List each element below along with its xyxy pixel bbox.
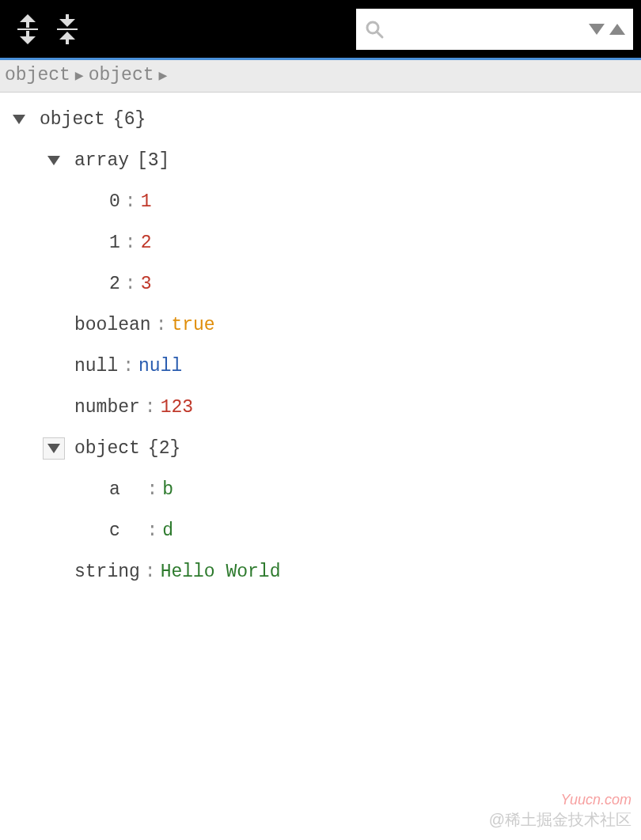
svg-marker-0 [20, 14, 36, 22]
search-next-icon[interactable] [589, 24, 605, 35]
colon: : [140, 562, 161, 582]
tree-row[interactable]: boolean : true [8, 305, 641, 346]
colon: : [120, 191, 141, 212]
watermark: @稀土掘金技术社区 [489, 809, 632, 831]
node-meta: {6} [113, 109, 146, 130]
node-key: 2 [109, 274, 120, 294]
search-prev-icon[interactable] [609, 24, 625, 35]
node-value: 2 [141, 233, 152, 253]
node-key: a [109, 479, 120, 500]
svg-marker-13 [609, 24, 625, 35]
node-value: 123 [161, 397, 193, 418]
node-value: d [162, 520, 173, 541]
tree-row[interactable]: array [3] [8, 140, 641, 181]
svg-rect-5 [66, 14, 69, 19]
svg-rect-2 [17, 28, 38, 30]
tree-row[interactable]: 2 : 3 [8, 263, 641, 305]
node-value: null [138, 356, 182, 376]
colon: : [120, 274, 141, 294]
svg-marker-6 [59, 19, 75, 27]
svg-rect-3 [26, 31, 29, 36]
svg-rect-7 [57, 28, 78, 30]
search-box [356, 9, 633, 50]
svg-marker-4 [20, 36, 36, 44]
twisty-down-icon[interactable] [43, 437, 65, 460]
tree-row[interactable]: null : null [8, 346, 641, 387]
tree-row[interactable]: 1 : 2 [8, 222, 641, 263]
node-key: c [109, 520, 120, 541]
search-input[interactable] [356, 16, 581, 42]
node-key: object [74, 438, 140, 459]
node-value: true [171, 315, 214, 335]
colon: : [142, 520, 162, 541]
node-value: 3 [141, 274, 152, 294]
colon: : [142, 479, 162, 500]
colon: : [151, 315, 172, 335]
tree-row[interactable]: number : 123 [8, 387, 641, 428]
colon: : [140, 397, 161, 418]
svg-marker-8 [59, 32, 75, 40]
toolbar [0, 0, 641, 60]
node-key: object [40, 109, 105, 130]
twisty-down-icon[interactable] [8, 108, 30, 131]
tree-row[interactable]: string : Hello World [8, 551, 641, 592]
svg-rect-1 [26, 22, 29, 28]
expand-all-icon [16, 14, 40, 44]
colon: : [120, 233, 141, 253]
node-key: string [74, 562, 140, 582]
node-key: 0 [109, 191, 120, 212]
node-key: array [74, 150, 129, 171]
breadcrumb-item[interactable]: object [5, 65, 70, 85]
node-meta: [3] [137, 150, 169, 171]
chevron-right-icon: ▶ [159, 66, 168, 84]
node-value: Hello World [161, 562, 281, 582]
json-tree: object {6} array [3] 0 : 1 1 : 2 2 : 3 b… [0, 93, 641, 592]
svg-rect-9 [66, 40, 69, 44]
svg-marker-16 [47, 444, 60, 453]
node-value: 1 [141, 191, 152, 212]
collapse-all-button[interactable] [47, 6, 87, 53]
node-key: boolean [74, 315, 151, 335]
twisty-down-icon[interactable] [43, 149, 65, 172]
search-nav [581, 24, 633, 35]
node-meta: {2} [148, 438, 180, 459]
breadcrumb-item[interactable]: object [89, 65, 154, 85]
tree-row-root[interactable]: object {6} [8, 99, 641, 140]
expand-all-button[interactable] [8, 6, 47, 53]
node-key: null [74, 356, 118, 376]
svg-marker-15 [47, 156, 60, 165]
collapse-all-icon [55, 14, 79, 44]
chevron-right-icon: ▶ [75, 66, 84, 84]
svg-marker-14 [13, 115, 25, 124]
breadcrumb: object ▶ object ▶ [0, 60, 641, 93]
node-value: b [162, 479, 173, 500]
svg-marker-12 [589, 24, 605, 35]
colon: : [118, 356, 138, 376]
node-key: 1 [109, 233, 120, 253]
tree-row[interactable]: object {2} [8, 428, 641, 469]
tree-row[interactable]: c : d [8, 510, 641, 551]
tree-row[interactable]: 0 : 1 [8, 181, 641, 222]
tree-row[interactable]: a : b [8, 469, 641, 510]
node-key: number [74, 397, 140, 418]
watermark: Yuucn.com [561, 792, 632, 808]
